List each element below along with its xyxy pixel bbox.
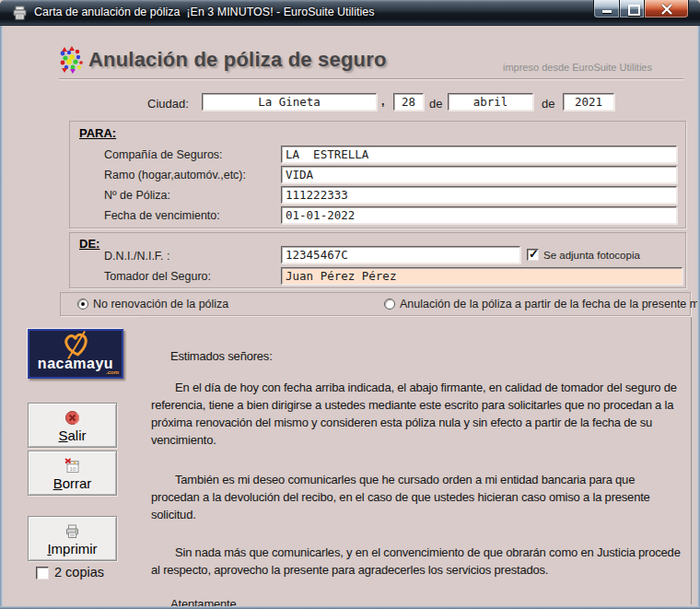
dia-input[interactable] [393, 93, 424, 111]
para-title: PARA: [79, 126, 116, 140]
imprimir-label: Imprimir [47, 541, 97, 556]
imprimir-button[interactable]: Imprimir [28, 516, 117, 561]
ciudad-label: Ciudad: [147, 97, 189, 111]
anulacion-label[interactable]: Anulación de la póliza a partir de la fe… [400, 298, 700, 310]
watermark-text: impreso desde EuroSuite Utilities [503, 62, 652, 73]
copias-label[interactable]: 2 copias [54, 565, 104, 580]
svg-text:10: 10 [70, 464, 76, 471]
tomador-label: Tomador del Seguro: [104, 270, 211, 283]
window-title: Carta de anulación de póliza ¡En 3 MINUT… [34, 6, 374, 18]
imprimir-printer-icon [64, 523, 80, 539]
compania-input[interactable] [281, 146, 677, 163]
dni-label: D.N.I./N.I.F. : [104, 250, 170, 263]
borrar-label: Borrar [53, 475, 92, 491]
letter-paragraph-1: En el día de hoy con fecha arriba indica… [151, 379, 682, 449]
no-renovacion-label[interactable]: No renovación de la póliza [93, 298, 228, 310]
fotocopia-checkbox[interactable] [527, 249, 539, 261]
salir-label: Salir [58, 427, 86, 443]
ramo-input[interactable] [281, 166, 677, 183]
dni-input[interactable] [281, 246, 520, 264]
letter-panel: Estimados señores: En el día de hoy con … [140, 317, 692, 604]
window-border-left [0, 26, 3, 609]
printer-icon[interactable] [12, 6, 28, 20]
borrar-button[interactable]: 10 Borrar [28, 451, 117, 496]
ramo-label: Ramo (hogar,automóv.,etc): [104, 169, 246, 182]
mes-input[interactable] [448, 93, 533, 111]
page-title: Anulación de póliza de seguro [88, 48, 387, 72]
vencimiento-input[interactable] [281, 206, 677, 224]
header-divider [59, 78, 683, 80]
close-button[interactable] [644, 0, 689, 18]
minimize-icon [602, 10, 612, 13]
logo-suffix: .com [106, 369, 119, 375]
anulacion-radio[interactable] [384, 299, 395, 310]
salir-button[interactable]: Salir [28, 403, 117, 448]
fotocopia-label: Se adjunta fotocopia [543, 250, 640, 261]
poliza-input[interactable] [281, 186, 677, 204]
letter-paragraph-3: Sin nada más que comunicarles, y en el c… [151, 544, 682, 579]
vencimiento-label: Fecha de vencimiento: [104, 209, 220, 222]
minimize-button[interactable] [593, 0, 620, 18]
maximize-button[interactable] [619, 0, 645, 18]
close-icon [660, 3, 673, 16]
no-renovacion-radio[interactable] [77, 299, 88, 310]
compania-label: Compañía de Seguros: [104, 148, 223, 161]
title-bar: Carta de anulación de póliza ¡En 3 MINUT… [0, 0, 700, 26]
salir-red-x-icon [64, 410, 80, 426]
de-word-2: de [542, 97, 554, 111]
nacamayu-logo[interactable]: nacamayu .com [28, 329, 123, 379]
copias-checkbox[interactable] [36, 567, 49, 580]
letter-paragraph-2: También es mi deseo comunicarles que he … [151, 471, 682, 523]
de-title: DE: [79, 237, 99, 251]
borrar-calendar-delete-icon: 10 [64, 458, 80, 474]
letter-greeting: Estimados señores: [151, 347, 682, 365]
ciudad-input[interactable] [202, 93, 377, 111]
tomador-input[interactable] [281, 267, 682, 285]
minimize-button-glass [594, 0, 619, 18]
poliza-label: Nº de Póliza: [104, 189, 170, 202]
anio-input[interactable] [563, 93, 614, 111]
comma-text: , [381, 95, 384, 108]
application-window: { "window": { "title": "Carta de anulaci… [0, 0, 700, 609]
color-splash-icon [57, 46, 85, 74]
maximize-icon [628, 5, 640, 16]
de-word-1: de [429, 97, 442, 111]
